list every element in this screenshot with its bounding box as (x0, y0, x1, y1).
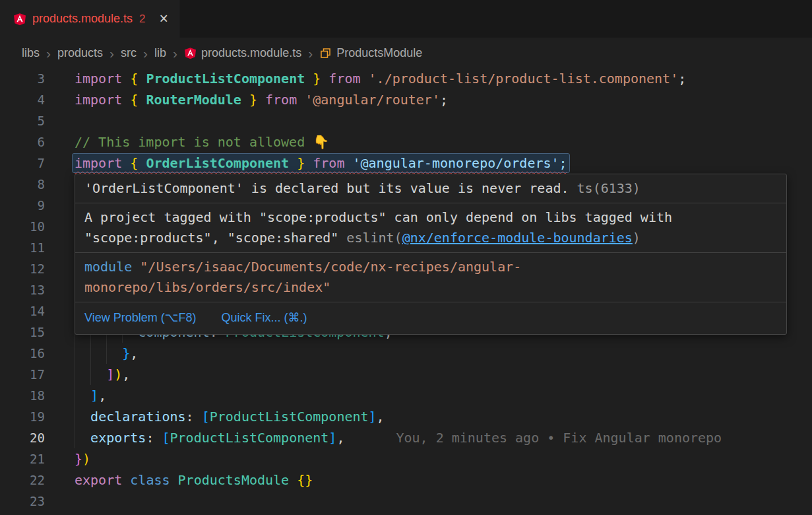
code-line-20: 20 exports: [ProductListComponent],You, … (0, 427, 812, 448)
line-number[interactable]: 20 (0, 427, 75, 448)
breadcrumb-item-label: products (57, 46, 103, 60)
code-token (344, 155, 352, 171)
code-token: from (265, 92, 297, 108)
git-blame-annotation: You, 2 minutes ago • Fix Angular monorep… (344, 430, 722, 446)
line-number[interactable]: 9 (0, 195, 75, 216)
breadcrumb-item-products[interactable]: products (57, 46, 103, 60)
line-number[interactable]: 8 (0, 174, 75, 195)
code-token: 👇 (313, 134, 329, 150)
problem-range-highlight: import { OrderListComponent } from '@ang… (73, 154, 569, 172)
code-token: } (313, 71, 321, 86)
code-token (297, 92, 305, 108)
code-line-content[interactable]: }, (75, 343, 812, 364)
breadcrumb-separator: › (109, 46, 115, 60)
code-line-content[interactable]: }) (75, 448, 812, 469)
code-token: exports (90, 430, 146, 446)
class-symbol-icon (319, 47, 332, 59)
code-line-content[interactable] (75, 110, 812, 131)
code-token (75, 430, 90, 446)
code-line-19: 19 declarations: [ProductListComponent], (0, 406, 812, 427)
code-token: ] (106, 366, 114, 382)
code-token: , (98, 388, 106, 403)
line-number[interactable]: 16 (0, 343, 75, 364)
line-number[interactable]: 10 (0, 216, 75, 237)
code-token: OrderListComponent (146, 155, 289, 171)
line-number[interactable]: 13 (0, 279, 75, 300)
code-line-content[interactable]: // This import is not allowed 👇 (75, 131, 812, 153)
code-line-content[interactable]: exports: [ProductListComponent],You, 2 m… (75, 427, 812, 448)
breadcrumb-separator: › (172, 46, 178, 60)
code-token: , (130, 345, 138, 361)
line-number[interactable]: 21 (0, 448, 75, 469)
code-line-6: 6// This import is not allowed 👇 (0, 131, 812, 153)
code-token: export (75, 472, 122, 488)
code-token: from (328, 71, 360, 86)
line-number[interactable]: 22 (0, 469, 75, 491)
breadcrumb-item-src[interactable]: src (121, 46, 137, 60)
line-number[interactable]: 19 (0, 406, 75, 427)
tab-bar: products.module.ts 2 × (0, 0, 812, 38)
line-number[interactable]: 18 (0, 385, 75, 406)
code-token (257, 92, 265, 108)
eslint-rule-link[interactable]: @nx/enforce-module-boundaries (402, 230, 633, 246)
code-token (289, 472, 297, 488)
tab-close-button[interactable]: × (160, 11, 168, 26)
code-line-content[interactable]: export class ProductsModule {} (75, 469, 812, 491)
code-line-content[interactable]: declarations: [ProductListComponent], (75, 406, 812, 427)
code-token: [ (202, 409, 210, 425)
code-token: , (122, 366, 130, 382)
code-token: { (130, 71, 138, 86)
breadcrumb-item-label: lib (154, 46, 166, 60)
indent-guide (75, 427, 75, 448)
code-line-content[interactable]: import { RouterModule } from '@angular/r… (75, 89, 812, 110)
code-token (75, 388, 90, 403)
line-number[interactable]: 4 (0, 89, 75, 110)
breadcrumb: libs›products›src›lib› products.module.t… (0, 38, 812, 68)
line-number[interactable]: 3 (0, 68, 75, 89)
breadcrumb-item-productsmodule[interactable]: ProductsModule (319, 46, 422, 60)
code-line-content[interactable]: import { ProductListComponent } from './… (75, 68, 812, 89)
code-token: , (336, 430, 344, 446)
breadcrumb-item-label: ProductsModule (336, 46, 422, 60)
line-number[interactable]: 7 (0, 153, 75, 174)
code-line-content[interactable]: import { OrderListComponent } from '@ang… (75, 153, 812, 174)
code-line-21: 21}) (0, 448, 812, 469)
code-token (132, 259, 140, 275)
code-token (289, 155, 297, 171)
hover-text-line: "scope:products", "scope:shared" eslint(… (84, 228, 777, 248)
indent-guide (90, 364, 91, 385)
breadcrumb-item-lib[interactable]: lib (154, 46, 166, 60)
problem-hover-tooltip: 'OrderListComponent' is declared but its… (75, 174, 787, 335)
line-number[interactable]: 14 (0, 300, 75, 322)
breadcrumb-item-libs[interactable]: libs (22, 46, 40, 60)
line-number[interactable]: 6 (0, 131, 75, 153)
line-number[interactable]: 12 (0, 258, 75, 279)
indent-guide (75, 406, 75, 427)
code-token (170, 472, 178, 488)
code-line-content[interactable]: ], (75, 385, 812, 406)
code-token: ) (114, 366, 122, 382)
line-number[interactable]: 23 (0, 491, 75, 512)
code-token: { (130, 92, 138, 108)
code-line-content[interactable]: ]), (75, 364, 812, 385)
code-token: monorepo/libs/orders/src/index" (84, 279, 330, 295)
breadcrumb-separator: › (142, 46, 148, 60)
line-number[interactable]: 17 (0, 364, 75, 385)
code-token: declarations (90, 409, 186, 425)
line-number[interactable]: 15 (0, 322, 75, 343)
tab-products-module[interactable]: products.module.ts 2 × (0, 0, 179, 38)
quick-fix-link[interactable]: Quick Fix... (⌘.) (221, 307, 307, 328)
code-line-3: 3import { ProductListComponent } from '.… (0, 68, 812, 89)
code-token (138, 92, 146, 108)
view-problem-link[interactable]: View Problem (⌥F8) (84, 307, 196, 328)
line-number[interactable]: 11 (0, 237, 75, 258)
breadcrumb-item-products-module-ts[interactable]: products.module.ts (184, 46, 301, 60)
indent-guide (106, 343, 107, 364)
code-line-7: 7import { OrderListComponent } from '@an… (0, 153, 812, 174)
code-token: RouterModule (146, 92, 241, 108)
code-line-content[interactable] (75, 491, 812, 512)
code-token: "scope:products", "scope:shared" (84, 230, 346, 246)
code-token: // This import is not allowed (75, 134, 313, 150)
line-number[interactable]: 5 (0, 110, 75, 131)
code-token (75, 409, 90, 425)
